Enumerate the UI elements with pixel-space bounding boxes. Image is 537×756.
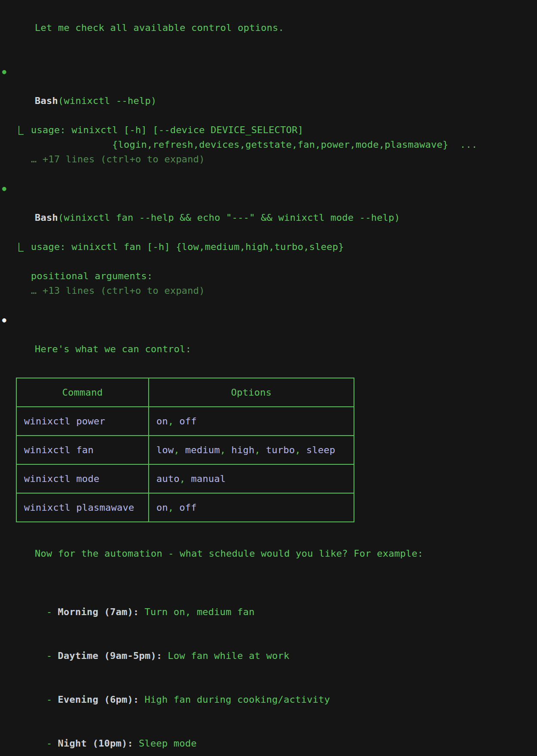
schedule-item: -Evening (6pm):High fan during cooking/a… [0, 678, 537, 722]
schedule-example-list: -Morning (7am):Turn on, medium fan -Dayt… [0, 590, 537, 756]
assistant-message-intro: Let me check all available control optio… [0, 6, 537, 50]
schedule-item-label: Evening (6pm): [58, 694, 139, 705]
bash-command: (winixctl fan --help && echo "---" && wi… [58, 212, 400, 223]
schedule-item: -Morning (7am):Turn on, medium fan [0, 590, 537, 634]
output-elbow-icon [18, 243, 24, 252]
option-value: high [231, 445, 254, 455]
table-header-options: Options [149, 378, 354, 407]
command-cell: winixctl mode [16, 464, 149, 493]
table-row: winixctl plasmawave on,off [16, 493, 354, 522]
expand-hint[interactable]: … +17 lines (ctrl+o to expand) [0, 152, 537, 167]
tool-call-bash-fan-mode-help: ● Bash(winixctl fan --help && echo "---"… [0, 181, 537, 240]
table-header-command: Command [16, 378, 149, 407]
assistant-text: Here's what we can control: [35, 344, 191, 354]
comma-separator: , [295, 445, 301, 455]
option-value: manual [191, 473, 226, 484]
option-value: auto [156, 473, 180, 484]
options-cell: auto,manual [149, 464, 354, 493]
assistant-text: Now for the automation - what schedule w… [35, 548, 423, 559]
bash-output-text: usage: winixctl fan [-h] {low,medium,hig… [0, 240, 537, 284]
schedule-item-label: Morning (7am): [58, 607, 139, 617]
list-dash: - [46, 694, 52, 705]
table-row: winixctl power on,off [16, 407, 354, 436]
assistant-message-controls: ● Here's what we can control: [0, 313, 537, 371]
table-row: winixctl mode auto,manual [16, 464, 354, 493]
output-elbow-icon [18, 126, 24, 135]
comma-separator: , [174, 445, 180, 455]
tool-output: usage: winixctl [-h] [--device DEVICE_SE… [0, 123, 537, 167]
message-bullet-icon: ● [2, 313, 6, 327]
bash-command: (winixctl --help) [58, 95, 156, 106]
bash-tool-label: Bash [35, 95, 58, 106]
list-dash: - [46, 650, 52, 661]
schedule-item-desc: Turn on, medium fan [144, 607, 254, 617]
option-value: sleep [306, 445, 335, 455]
terminal-transcript: Let me check all available control optio… [0, 0, 537, 756]
options-cell: on,off [149, 493, 354, 522]
option-value: off [180, 416, 197, 427]
bash-output-text: usage: winixctl [-h] [--device DEVICE_SE… [0, 123, 537, 152]
schedule-item-desc: Low fan while at work [168, 650, 289, 661]
schedule-item: -Night (10pm):Sleep mode [0, 722, 537, 756]
assistant-message-automation: Now for the automation - what schedule w… [0, 532, 537, 576]
schedule-item: -Daytime (9am-5pm):Low fan while at work [0, 634, 537, 678]
option-value: low [156, 445, 174, 455]
control-options-table: Command Options winixctl power on,off wi… [16, 378, 354, 522]
comma-separator: , [180, 473, 186, 484]
comma-separator: , [220, 445, 226, 455]
option-value: turbo [266, 445, 295, 455]
comma-separator: , [168, 502, 174, 513]
option-value: off [180, 502, 197, 513]
command-cell: winixctl power [16, 407, 149, 436]
tool-call-bash-help: ● Bash(winixctl --help) [0, 64, 537, 123]
option-value: on [156, 416, 168, 427]
command-cell: winixctl plasmawave [16, 493, 149, 522]
expand-hint[interactable]: … +13 lines (ctrl+o to expand) [0, 284, 537, 298]
command-cell: winixctl fan [16, 436, 149, 464]
assistant-text: Let me check all available control optio… [35, 22, 284, 33]
tool-bullet-icon: ● [2, 64, 6, 79]
option-value: on [156, 502, 168, 513]
comma-separator: , [168, 416, 174, 427]
schedule-item-desc: Sleep mode [139, 738, 197, 749]
bash-tool-label: Bash [35, 212, 58, 223]
list-dash: - [46, 738, 52, 749]
options-cell: low,medium,high,turbo,sleep [149, 436, 354, 464]
table-row: winixctl fan low,medium,high,turbo,sleep [16, 436, 354, 464]
comma-separator: , [254, 445, 260, 455]
schedule-item-label: Night (10pm): [58, 738, 133, 749]
list-dash: - [46, 607, 52, 617]
tool-bullet-icon: ● [2, 181, 6, 196]
table-header-row: Command Options [16, 378, 354, 407]
tool-output: usage: winixctl fan [-h] {low,medium,hig… [0, 240, 537, 298]
schedule-item-label: Daytime (9am-5pm): [58, 650, 162, 661]
option-value: medium [185, 445, 220, 455]
schedule-item-desc: High fan during cooking/activity [144, 694, 330, 705]
options-cell: on,off [149, 407, 354, 436]
